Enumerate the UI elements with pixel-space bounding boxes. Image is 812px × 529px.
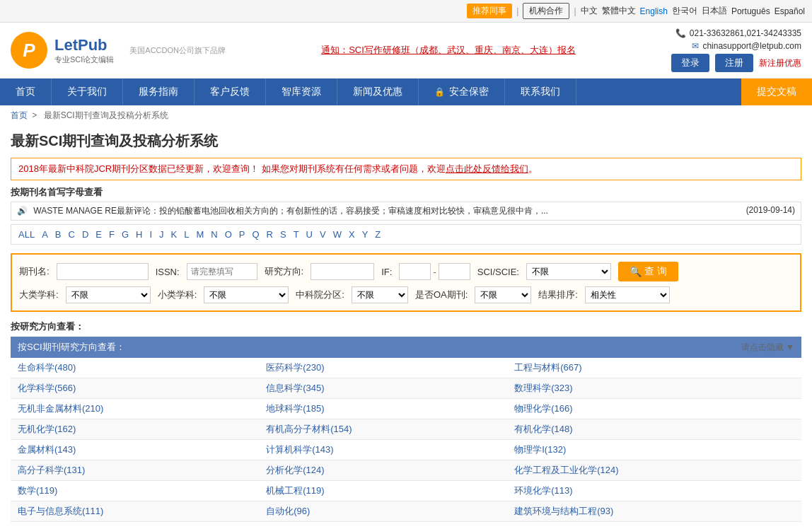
alpha-letter-o[interactable]: O — [225, 229, 232, 240]
issn-input[interactable] — [187, 263, 257, 280]
search-button[interactable]: 🔍 查 询 — [618, 262, 678, 281]
notice-feedback-link[interactable]: 点击此处反馈给我们 — [446, 163, 528, 174]
alpha-letter-all[interactable]: ALL — [18, 229, 35, 240]
research-cell-5-0[interactable]: 高分子科学(131) — [11, 460, 259, 481]
alpha-letter-j[interactable]: J — [159, 229, 164, 240]
nav-security[interactable]: 🔒 安全保密 — [419, 79, 505, 105]
alpha-letter-l[interactable]: L — [184, 229, 189, 240]
cas-select[interactable]: 不限 — [352, 286, 408, 303]
login-button[interactable]: 登录 — [671, 54, 709, 72]
alpha-letter-p[interactable]: P — [239, 229, 245, 240]
alpha-letter-k[interactable]: K — [171, 229, 178, 240]
marquee-date: (2019-09-14) — [746, 205, 795, 215]
top-bar: 推荐同事 | 机构合作 | 中文 繁體中文 English 한국어 日本語 Po… — [0, 0, 812, 23]
alpha-letter-z[interactable]: Z — [375, 229, 381, 240]
lang-zh[interactable]: 中文 — [581, 5, 598, 17]
research-cell-7-2[interactable]: 建筑环境与结构工程(93) — [507, 501, 801, 522]
notice-link[interactable]: 通知：SCI写作研修班（成都、武汉、重庆、南京、大连）报名 — [321, 45, 576, 55]
nav-contact[interactable]: 联系我们 — [505, 79, 576, 105]
nav-home[interactable]: 首页 — [0, 79, 52, 105]
research-cell-4-0[interactable]: 金属材料(143) — [11, 440, 259, 460]
nav-feedback[interactable]: 客户反馈 — [195, 79, 266, 105]
nav-submit[interactable]: 提交文稿 — [741, 79, 812, 105]
header-buttons: 登录 注册 新注册优惠 — [671, 54, 801, 72]
research-cell-1-0[interactable]: 化学科学(566) — [11, 378, 259, 399]
lang-es[interactable]: Español — [775, 6, 805, 16]
research-cell-4-2[interactable]: 物理学I(132) — [507, 440, 801, 460]
lang-ja[interactable]: 日本語 — [702, 5, 727, 17]
alpha-letter-a[interactable]: A — [42, 229, 48, 240]
research-cell-2-2[interactable]: 物理化学(166) — [507, 399, 801, 419]
research-cell-3-1[interactable]: 有机高分子材料(154) — [259, 419, 507, 440]
minor-select[interactable]: 不限 — [204, 286, 289, 303]
lang-tw[interactable]: 繁體中文 — [602, 5, 636, 17]
alpha-letter-g[interactable]: G — [122, 229, 129, 240]
research-cell-4-1[interactable]: 计算机科学(143) — [259, 440, 507, 460]
if-max-input[interactable] — [439, 263, 470, 280]
research-cell-5-1[interactable]: 分析化学(124) — [259, 460, 507, 481]
alpha-letter-c[interactable]: C — [68, 229, 74, 240]
alpha-letter-q[interactable]: Q — [252, 229, 259, 240]
research-cell-1-1[interactable]: 信息科学(345) — [259, 378, 507, 399]
lang-en[interactable]: English — [640, 6, 668, 16]
alpha-letter-s[interactable]: S — [280, 229, 286, 240]
research-cell-3-0[interactable]: 无机化学(162) — [11, 419, 259, 440]
alpha-letter-d[interactable]: D — [82, 229, 88, 240]
sci-label: SCI/SCIE: — [477, 267, 519, 277]
alpha-letter-v[interactable]: V — [320, 229, 326, 240]
lang-pt[interactable]: Português — [731, 6, 770, 16]
alpha-letter-f[interactable]: F — [109, 229, 115, 240]
alpha-section: 按期刊名首写字母查看 🔊 WASTE MANAGE RE最新评论：投的铅酸蓄电池… — [11, 186, 801, 245]
research-cell-1-2[interactable]: 数理科学(323) — [507, 378, 801, 399]
alpha-letter-e[interactable]: E — [95, 229, 102, 240]
phone-contact: 📞 021-33632861,021-34243335 — [675, 28, 801, 38]
research-cell-0-2[interactable]: 工程与材料(667) — [507, 358, 801, 378]
journal-input[interactable] — [57, 263, 149, 280]
research-cell-0-0[interactable]: 生命科学(480) — [11, 358, 259, 378]
research-cell-0-1[interactable]: 医药科学(230) — [259, 358, 507, 378]
recommend-btn[interactable]: 推荐同事 — [467, 4, 512, 18]
breadcrumb-home[interactable]: 首页 — [11, 110, 28, 120]
research-cell-6-1[interactable]: 机械工程(119) — [259, 481, 507, 501]
alpha-letter-x[interactable]: X — [349, 229, 355, 240]
cas-label: 中科院分区: — [296, 289, 344, 301]
research-cell-7-1[interactable]: 自动化(96) — [259, 501, 507, 522]
alpha-letter-u[interactable]: U — [306, 229, 313, 240]
alpha-letter-t[interactable]: T — [294, 229, 299, 240]
alpha-letter-y[interactable]: Y — [362, 229, 369, 240]
sort-select[interactable]: 相关性 — [585, 286, 670, 303]
alpha-letter-i[interactable]: I — [149, 229, 152, 240]
alpha-letter-b[interactable]: B — [55, 229, 62, 240]
major-select[interactable]: 不限 — [66, 286, 151, 303]
if-min-input[interactable] — [399, 263, 431, 280]
email-contact: ✉ chinasupport@letpub.com — [692, 41, 801, 51]
alpha-letter-w[interactable]: W — [333, 229, 342, 240]
lang-ko[interactable]: 한국어 — [672, 5, 697, 17]
research-cell-3-2[interactable]: 有机化学(148) — [507, 419, 801, 440]
sci-select[interactable]: 不限 SCI SCIE — [526, 263, 611, 280]
register-button[interactable]: 注册 — [715, 54, 753, 72]
oa-select[interactable]: 不限 — [475, 286, 531, 303]
nav-about[interactable]: 关于我们 — [52, 79, 123, 105]
research-cell-6-0[interactable]: 数学(119) — [11, 481, 259, 501]
alpha-letter-r[interactable]: R — [267, 229, 273, 240]
nav-services[interactable]: 服务指南 — [123, 79, 195, 105]
hide-link[interactable]: 请点击隐藏 ▼ — [741, 342, 794, 352]
institution-btn[interactable]: 机构合作 — [523, 3, 569, 19]
direction-input[interactable] — [311, 263, 374, 280]
research-cell-7-0[interactable]: 电子与信息系统(111) — [11, 501, 259, 522]
research-cell-2-1[interactable]: 地球科学(185) — [259, 399, 507, 419]
hide-icon: ▼ — [786, 342, 794, 352]
research-table-header: 按SCI期刊研究方向查看： — [11, 337, 507, 358]
new-user-link[interactable]: 新注册优惠 — [759, 57, 801, 69]
research-cell-6-2[interactable]: 环境化学(113) — [507, 481, 801, 501]
research-cell-2-0[interactable]: 无机非金属材料(210) — [11, 399, 259, 419]
alpha-letter-m[interactable]: M — [196, 229, 204, 240]
nav-resources[interactable]: 智库资源 — [266, 79, 337, 105]
issn-label: ISSN: — [156, 267, 180, 277]
hide-text: 请点击隐藏 — [741, 342, 784, 352]
research-cell-5-2[interactable]: 化学工程及工业化学(124) — [507, 460, 801, 481]
nav-news[interactable]: 新闻及优惠 — [337, 79, 419, 105]
alpha-letter-n[interactable]: N — [211, 229, 217, 240]
alpha-letter-h[interactable]: H — [136, 229, 142, 240]
